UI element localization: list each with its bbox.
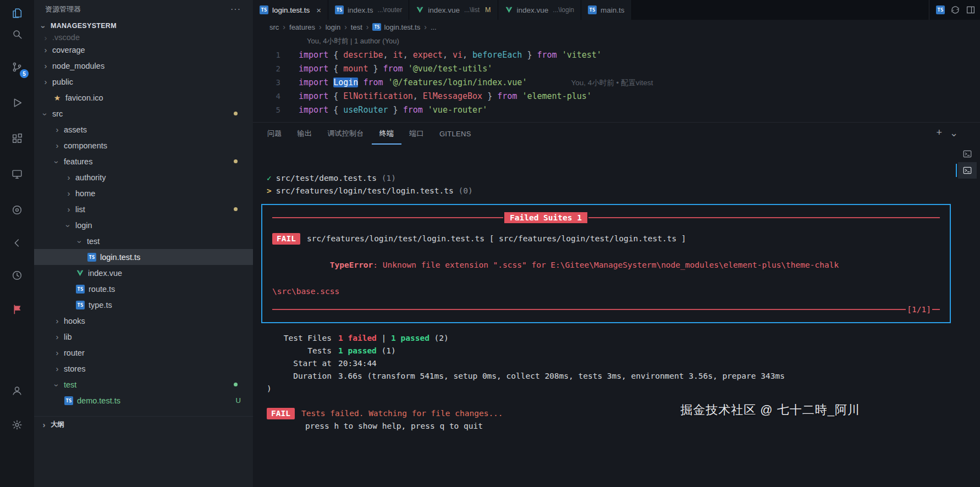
chevron-right-icon: › <box>41 34 50 42</box>
project-section-header[interactable]: › MANAGESYSTERM <box>34 19 253 33</box>
tree-item-.vscode[interactable]: ›.vscode <box>34 33 253 42</box>
tree-item-index.vue[interactable]: index.vue <box>34 265 253 281</box>
tree-item-favicon.ico[interactable]: ★favicon.ico <box>34 90 253 106</box>
panel-tabs: 问题输出调试控制台终端端口GITLENS <box>253 123 980 145</box>
typescript-icon: TS <box>64 396 73 405</box>
tree-item-features[interactable]: ›features <box>34 153 253 169</box>
split-editor-icon[interactable] <box>966 5 976 15</box>
tree-item-test[interactable]: ›test <box>34 233 253 249</box>
tree-item-lib[interactable]: ›lib <box>34 329 253 345</box>
run-debug-button[interactable] <box>0 92 34 116</box>
tree-item-router[interactable]: ›router <box>34 345 253 361</box>
tree-item-stores[interactable]: ›stores <box>34 361 253 377</box>
outline-section-header[interactable]: › 大纲 <box>34 416 253 433</box>
tree-item-components[interactable]: ›components <box>34 137 253 153</box>
terminal-instance-icon[interactable] <box>958 146 977 162</box>
panel-tab-终端[interactable]: 终端 <box>372 123 402 145</box>
editor-tab-main.ts[interactable]: TSmain.ts <box>581 0 632 20</box>
tree-item-login[interactable]: ›login <box>34 217 253 233</box>
tree-item-public[interactable]: ›public <box>34 74 253 90</box>
editor-tab-login.test.ts[interactable]: TSlogin.test.ts× <box>253 0 328 20</box>
code-line-2[interactable]: 2import { mount } from '@vue/test-utils' <box>253 62 980 76</box>
line-number: 4 <box>253 90 280 103</box>
chevron-right-icon: › <box>64 189 73 197</box>
settings-gear-button[interactable] <box>0 414 34 438</box>
tree-item-label: .vscode <box>52 33 80 42</box>
panel-tab-端口[interactable]: 端口 <box>401 123 432 145</box>
settings-gear-icon <box>11 419 23 433</box>
tree-item-route.ts[interactable]: TSroute.ts <box>34 281 253 297</box>
panel-tab-GITLENS[interactable]: GITLENS <box>432 123 479 145</box>
sync-icon[interactable] <box>950 5 960 15</box>
extensions-button[interactable] <box>0 128 34 152</box>
code-line-1[interactable]: 1import { describe, it, expect, vi, befo… <box>253 48 980 62</box>
code-line-5[interactable]: 5import { useRouter } from 'vue-router' <box>253 103 980 117</box>
record-button[interactable] <box>0 199 34 223</box>
test-run-line: >src/features/login/test/login.test.ts (… <box>267 185 980 197</box>
git-modified-dot <box>234 112 238 115</box>
history-button[interactable] <box>0 264 34 289</box>
panel-tab-调试控制台[interactable]: 调试控制台 <box>320 123 372 145</box>
breadcrumb-separator: › <box>344 23 347 31</box>
error-message-line: TypeError: Unknown file extension ".scss… <box>272 246 940 284</box>
tree-item-list[interactable]: ›list <box>34 201 253 217</box>
breadcrumb-item-src[interactable]: src <box>269 23 279 31</box>
line-number: 3 <box>253 76 280 90</box>
more-actions-icon[interactable]: ··· <box>230 4 241 14</box>
account-button[interactable] <box>0 379 34 403</box>
terminal-output[interactable]: ✓src/test/demo.test.ts (1) >src/features… <box>253 145 980 433</box>
gitlens-icon <box>11 237 23 251</box>
code-line-4[interactable]: 4import { ElNotification, ElMessageBox }… <box>253 90 980 103</box>
tree-item-hooks[interactable]: ›hooks <box>34 313 253 329</box>
chevron-right-icon: › <box>53 348 62 357</box>
editor-tab-index.vue[interactable]: index.vue...\login <box>498 0 582 20</box>
git-modified-dot <box>234 207 238 211</box>
tree-item-login.test.ts[interactable]: TSlogin.test.ts <box>34 249 253 265</box>
tree-item-test[interactable]: ›test <box>34 377 253 392</box>
source-control-button[interactable]: 5 <box>0 56 34 80</box>
typescript-icon: TS <box>87 253 96 262</box>
remote-explorer-button[interactable] <box>0 163 34 187</box>
chevron-right-icon: › <box>40 420 48 429</box>
breadcrumb-item-login.test.ts[interactable]: TSlogin.test.ts <box>372 23 420 31</box>
tree-item-type.ts[interactable]: TStype.ts <box>34 297 253 313</box>
terminal-dropdown-icon[interactable]: ⌄ <box>950 127 958 139</box>
tree-item-demo.test.ts[interactable]: TSdemo.test.tsU <box>34 392 253 408</box>
fail-badge: FAIL <box>272 233 300 245</box>
tree-item-label: node_modules <box>52 62 104 70</box>
panel-tab-问题[interactable]: 问题 <box>260 123 290 145</box>
gitlens-inline-blame: You, 4小时前 • 配置vitest <box>571 76 653 90</box>
tree-item-authority[interactable]: ›authority <box>34 169 253 185</box>
new-terminal-button[interactable]: + <box>936 127 942 139</box>
breadcrumb-item-test[interactable]: test <box>351 23 362 31</box>
vue-icon <box>505 6 513 14</box>
typescript-icon: TS <box>372 23 381 31</box>
breadcrumb-item-login[interactable]: login <box>326 23 340 31</box>
tree-item-node-modules[interactable]: ›node_modules <box>34 58 253 74</box>
code-editor[interactable]: You, 4小时前 | 1 author (You) 1import { des… <box>253 34 980 122</box>
editor-tab-index.vue[interactable]: index.vue...\listM <box>409 0 498 20</box>
code-line-3[interactable]: 3import Login from '@/features/login/ind… <box>253 76 980 90</box>
vue-icon <box>416 6 424 14</box>
tree-item-assets[interactable]: ›assets <box>34 121 253 137</box>
failed-suites-selection-box: Failed Suites 1 FAIL src/features/login/… <box>261 204 951 323</box>
panel-tab-输出[interactable]: 输出 <box>290 123 320 145</box>
flag-button[interactable] <box>0 298 34 323</box>
terminal-instance-icon-active[interactable] <box>958 162 977 179</box>
editor-tabs: TSlogin.test.ts×TSindex.ts...\routerinde… <box>253 0 632 20</box>
close-icon[interactable]: × <box>316 5 321 15</box>
breadcrumb-item-features[interactable]: features <box>289 23 315 31</box>
gitlens-button[interactable] <box>0 232 34 256</box>
search-button[interactable] <box>0 23 34 47</box>
editor-tab-index.ts[interactable]: TSindex.ts...\router <box>328 0 409 20</box>
tree-item-label: test <box>64 380 76 389</box>
chevron-right-icon: › <box>53 333 62 341</box>
gitlens-blame-header: You, 4小时前 | 1 author (You) <box>253 34 980 48</box>
tree-item-home[interactable]: ›home <box>34 185 253 201</box>
tree-item-coverage[interactable]: ›coverage <box>34 42 253 58</box>
tree-item-label: coverage <box>52 46 85 54</box>
breadcrumb-item-...[interactable]: ... <box>431 23 437 31</box>
tree-item-src[interactable]: ›src <box>34 106 253 121</box>
typescript-icon: TS <box>260 5 268 14</box>
error-message-line-2: \src\base.scss <box>272 285 940 298</box>
